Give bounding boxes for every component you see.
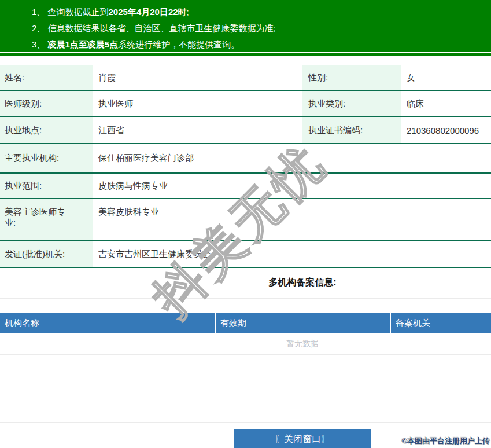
name-value: 肖霞: [93, 65, 302, 90]
filing-table-header: 机构名称 有效期 备案机关: [0, 313, 491, 333]
cosmetic-specialty-label: 美容主诊医师专业:: [0, 199, 93, 240]
cosmetic-specialty-value: 美容皮肤科专业: [93, 199, 491, 240]
doctor-level-value: 执业医师: [93, 91, 302, 116]
practice-location-value: 江西省: [93, 117, 302, 143]
info-row-name-gender: 姓名: 肖霞 性别: 女: [0, 65, 491, 91]
filing-header-authority: 备案机关: [391, 313, 491, 333]
issuing-authority-label: 发证(批准)机关:: [0, 241, 93, 267]
notice-line-3: 3、 凌晨1点至凌晨5点系统进行维护，不能提供查询。: [32, 36, 491, 53]
main-institution-value: 保仕柏丽医疗美容门诊部: [93, 144, 491, 172]
spacer: [0, 56, 491, 65]
spacer: [0, 355, 491, 423]
notice-line-2: 2、 信息数据结果以各省、自治区、直辖市卫生健康委数据为准;: [32, 20, 491, 36]
copyright-watermark: ©本图由平台注册用户上传: [401, 436, 490, 446]
filing-header-institution: 机构名称: [0, 313, 215, 333]
notice-banner: 1、 查询数据截止到2025年4月20日22时; 2、 信息数据结果以各省、自治…: [0, 0, 491, 52]
spacer: [0, 299, 491, 313]
practice-category-value: 临床: [401, 91, 491, 116]
info-row-cosmetic-specialty: 美容主诊医师专业: 美容皮肤科专业: [0, 199, 491, 241]
close-window-button[interactable]: 〖关闭窗口〗: [234, 429, 371, 448]
issuing-authority-value: 吉安市吉州区卫生健康委员会: [93, 241, 491, 267]
gender-label: 性别:: [302, 65, 401, 90]
empty-data-text: 暂无数据: [286, 339, 319, 349]
practice-scope-label: 执业范围:: [0, 174, 93, 198]
info-row-main-institution: 主要执业机构: 保仕柏丽医疗美容门诊部: [0, 144, 491, 174]
certificate-number-label: 执业证书编码:: [302, 117, 401, 143]
filing-header-validity: 有效期: [216, 313, 390, 333]
practice-location-label: 执业地点:: [0, 117, 93, 143]
info-row-issuing-authority: 发证(批准)机关: 吉安市吉州区卫生健康委员会: [0, 241, 491, 268]
info-row-level-category: 医师级别: 执业医师 执业类别: 临床: [0, 91, 491, 117]
notice-line-1: 1、 查询数据截止到2025年4月20日22时;: [32, 4, 491, 20]
certificate-number-value: 210360802000096: [401, 117, 491, 143]
practice-category-label: 执业类别:: [302, 91, 401, 116]
main-institution-label: 主要执业机构:: [0, 144, 93, 172]
doctor-level-label: 医师级别:: [0, 91, 93, 116]
filing-table-empty-row: 暂无数据: [0, 333, 491, 355]
filing-section-title: 多机构备案信息:: [0, 277, 491, 289]
practice-scope-value: 皮肤病与性病专业: [93, 174, 491, 198]
gender-value: 女: [401, 65, 491, 90]
info-row-location-certno: 执业地点: 江西省 执业证书编码: 210360802000096: [0, 117, 491, 144]
name-label: 姓名:: [0, 65, 93, 90]
info-row-practice-scope: 执业范围: 皮肤病与性病专业: [0, 174, 491, 199]
practitioner-info-table: 姓名: 肖霞 性别: 女 医师级别: 执业医师 执业类别: 临床 执业地点: 江…: [0, 65, 491, 268]
query-result-page: 1、 查询数据截止到2025年4月20日22时; 2、 信息数据结果以各省、自治…: [0, 0, 491, 448]
